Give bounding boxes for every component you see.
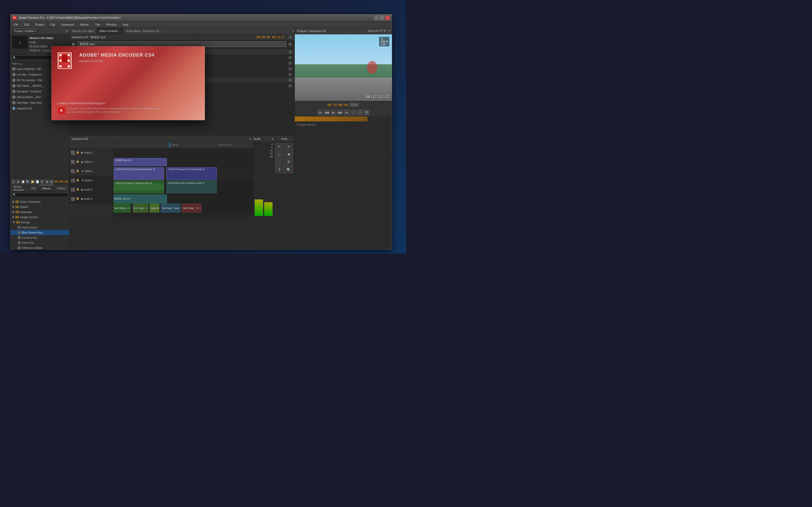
new-bin-btn[interactable]: 📁 — [31, 179, 35, 184]
new-item-btn[interactable]: 📄 — [35, 179, 39, 184]
track-content-video3[interactable] — [113, 148, 253, 158]
lock-btn[interactable]: 🔒 — [76, 188, 80, 192]
effect-blue-screen-key[interactable]: B Blue Screen Key — [10, 230, 69, 235]
prev-btn[interactable]: ◀ — [45, 179, 49, 184]
panel-menu-btn[interactable]: ≡ — [66, 29, 68, 33]
next-btn[interactable]: ▶ — [50, 179, 54, 184]
tool-pen[interactable]: P — [285, 159, 294, 166]
effect-color-key[interactable]: C Color Key — [10, 240, 69, 245]
vis-btn[interactable]: 👁 — [71, 151, 75, 155]
program-timeline-bar[interactable] — [295, 116, 392, 121]
tab-source-no-clips[interactable]: Source: (no clips) — [69, 27, 97, 34]
reset-btn[interactable]: ↺ — [288, 84, 292, 88]
track-clip[interactable]: Bad Wolves - Zombie — [113, 204, 131, 213]
program-menu-btn[interactable]: ≡ — [388, 29, 390, 33]
track-clip[interactable]: Sofi Tukker _ N... — [182, 204, 201, 213]
lock-btn[interactable]: 🔒 — [76, 197, 80, 201]
tab-audio-mixer[interactable]: Audio Mixer: Sequence 03 × — [123, 27, 165, 34]
lock-btn[interactable]: 🔒 — [76, 169, 80, 173]
btn-lift[interactable]: ↑ — [351, 110, 356, 115]
close-button[interactable]: ✕ — [385, 16, 390, 20]
tool-rate-stretch[interactable]: → — [275, 159, 284, 166]
reset-btn[interactable]: ↺ — [288, 73, 292, 76]
reset-btn[interactable]: ↺ — [288, 50, 292, 54]
minimize-button[interactable]: ─ — [374, 16, 378, 20]
maximize-button[interactable]: □ — [379, 16, 384, 20]
effect-chroma-key[interactable]: C Chroma Key — [10, 235, 69, 240]
folder-keying[interactable]: Keying — [10, 220, 69, 225]
sequence-select[interactable]: Sequence 03 — [366, 29, 387, 33]
toggle-icon[interactable]: ▶ — [71, 42, 75, 46]
menu-marker[interactable]: Marker — [79, 22, 90, 26]
folder-image-control[interactable]: Image Control — [10, 215, 69, 220]
reset-btn[interactable]: ↺ — [288, 56, 292, 59]
track-clip[interactable]: Laura Sh — [149, 204, 159, 213]
tool-zoom[interactable]: 🔍 — [285, 166, 294, 173]
lock-btn[interactable]: 🔒 — [76, 160, 80, 164]
menu-clip[interactable]: Clip — [49, 22, 56, 26]
btn-goto-in[interactable]: ⏮ — [317, 110, 323, 115]
project-search-input[interactable] — [11, 55, 54, 60]
reset-btn[interactable]: ↺ — [288, 67, 292, 71]
track-clip[interactable]: GH023700.mp4 [A] /olume:Level ▼ — [166, 180, 217, 193]
menu-title[interactable]: Title — [94, 22, 101, 26]
panel-menu-btn[interactable]: ≡ — [293, 29, 294, 33]
track-content-audio1[interactable]: GH013700.mp4 [A] Volume:Level ▼ GH023700… — [113, 180, 253, 194]
track-clip[interactable]: GH023700.mp4 [V] acity:Opacity ▼ — [166, 167, 217, 180]
btn-step-forward[interactable]: ▶▶ — [337, 110, 343, 115]
btn-extract[interactable]: ↗ — [357, 110, 363, 115]
track-content-video1[interactable]: GH013700.mp4 [V] Opacity:Opacity ▼ GH023… — [113, 167, 253, 180]
folder-distort[interactable]: Distort — [10, 204, 69, 210]
tool-ripple[interactable]: ↔ — [275, 151, 284, 158]
tl-menu-btn[interactable]: ≡ — [249, 137, 251, 140]
reset-btn[interactable]: ↺ — [288, 43, 292, 46]
track-clip[interactable]: GH013700.mp4 [A] Volume:Level ▼ — [113, 180, 164, 193]
tab-close-icon[interactable]: × — [119, 30, 121, 32]
tool-selection[interactable]: ↖ — [275, 143, 284, 150]
reset-btn[interactable]: ↺ — [288, 78, 292, 82]
tab-effects[interactable]: Effects — [39, 185, 54, 191]
tool-type[interactable]: T — [275, 166, 284, 173]
reset-btn[interactable]: ↺ — [288, 61, 292, 65]
delete-btn[interactable]: 🗑 — [40, 179, 44, 184]
track-clip[interactable]: Yael Naim - New S... — [161, 204, 181, 213]
btn-goto-out[interactable]: ⏭ — [344, 110, 350, 115]
metadata-view-btn[interactable]: 📋 — [21, 179, 25, 184]
vis-btn[interactable]: 👁 — [71, 160, 75, 164]
effects-search-input[interactable] — [11, 192, 68, 197]
menu-edit[interactable]: Edit — [23, 22, 30, 26]
audio-menu-btn[interactable]: ≡ — [272, 137, 274, 140]
tab-close-icon[interactable]: × — [161, 30, 162, 32]
track-content-video2[interactable]: 数据层.mp4 [V] — [113, 158, 253, 167]
tab-history[interactable]: History — [54, 185, 69, 191]
track-content-audio3[interactable]: Bad Wolves - Zombie Kim Taylor - I Am Yo… — [113, 204, 253, 213]
list-view-btn[interactable]: ≡ — [11, 179, 15, 184]
folder-generate[interactable]: Generate — [10, 210, 69, 215]
tab-media-browser[interactable]: Media Browser — [10, 185, 28, 191]
lock-btn[interactable]: 🔒 — [76, 151, 80, 155]
menu-help[interactable]: Help — [121, 22, 130, 26]
track-clip[interactable]: Kim Taylor - I Am You... — [133, 204, 148, 213]
vis-btn[interactable]: ♪ — [71, 188, 75, 192]
effect-difference-matte[interactable]: D Difference Matte — [10, 245, 69, 249]
tab-info[interactable]: Info — [28, 185, 39, 191]
btn-export-frame[interactable]: 📷 — [364, 110, 370, 115]
lock-btn[interactable]: 🔒 — [76, 178, 80, 182]
reset-btn[interactable]: ↺ — [288, 36, 292, 39]
tab-effect-controls[interactable]: Effect Controls × — [97, 27, 123, 34]
vis-btn[interactable]: ♪ — [71, 178, 75, 182]
icon-view-btn[interactable]: ⊞ — [16, 179, 20, 184]
menu-file[interactable]: File — [12, 22, 19, 26]
track-clip[interactable]: 数据层.mp4 [A] — [113, 194, 167, 203]
tool-track[interactable]: ✥ — [285, 151, 294, 158]
effect-alpha-adjust[interactable]: A Alpha Adjust — [10, 225, 69, 230]
btn-play[interactable]: ▶ — [331, 110, 336, 115]
vis-btn[interactable]: ♪ — [71, 197, 75, 201]
project-panel-tab[interactable]: Project: Untitled × — [12, 29, 39, 33]
folder-color-correction[interactable]: Color Correction — [10, 199, 69, 204]
track-clip[interactable]: 数据层.mp4 [V] — [113, 158, 167, 166]
track-content-audio2[interactable]: 数据层.mp4 [A] — [113, 194, 253, 204]
btn-step-back[interactable]: ◀◀ — [324, 110, 329, 115]
fit-select[interactable]: Fit ▼ — [349, 103, 359, 107]
vis-btn[interactable]: 👁 — [71, 169, 75, 173]
